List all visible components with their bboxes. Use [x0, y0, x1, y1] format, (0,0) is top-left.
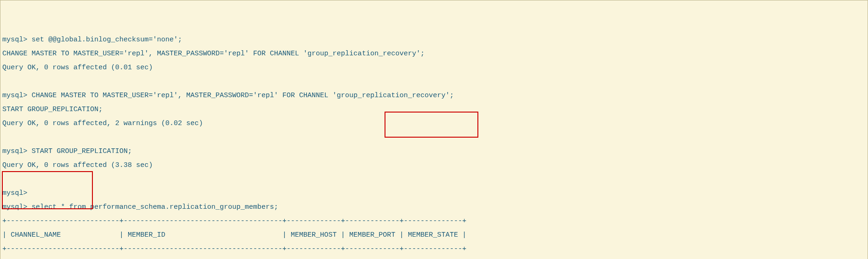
- table-border-top: +---------------------------+-----------…: [2, 218, 866, 225]
- table-header-row: | CHANNEL_NAME | MEMBER_ID | MEMBER_HOST…: [2, 232, 866, 239]
- cmd-start-repl-inline: START GROUP_REPLICATION;: [2, 106, 866, 113]
- blank: [2, 78, 866, 85]
- blank: [2, 134, 866, 141]
- cmd-change-master-2: mysql> CHANGE MASTER TO MASTER_USER='rep…: [2, 92, 866, 99]
- cmd-change-master-1: CHANGE MASTER TO MASTER_USER='repl', MAS…: [2, 50, 866, 57]
- cmd-select-members: mysql> select * from performance_schema.…: [2, 204, 866, 211]
- result-ok-2: Query OK, 0 rows affected, 2 warnings (0…: [2, 120, 866, 127]
- cmd-set-binlog: mysql> set @@global.binlog_checksum='non…: [2, 36, 866, 43]
- prompt-empty: mysql>: [2, 190, 866, 197]
- table-border-mid: +---------------------------+-----------…: [2, 246, 866, 252]
- result-ok-1: Query OK, 0 rows affected (0.01 sec): [2, 64, 866, 71]
- mysql-terminal: mysql> set @@global.binlog_checksum='non…: [0, 28, 868, 259]
- result-ok-3: Query OK, 0 rows affected (3.38 sec): [2, 162, 866, 169]
- cmd-start-repl: mysql> START GROUP_REPLICATION;: [2, 148, 866, 155]
- blank: [2, 176, 866, 183]
